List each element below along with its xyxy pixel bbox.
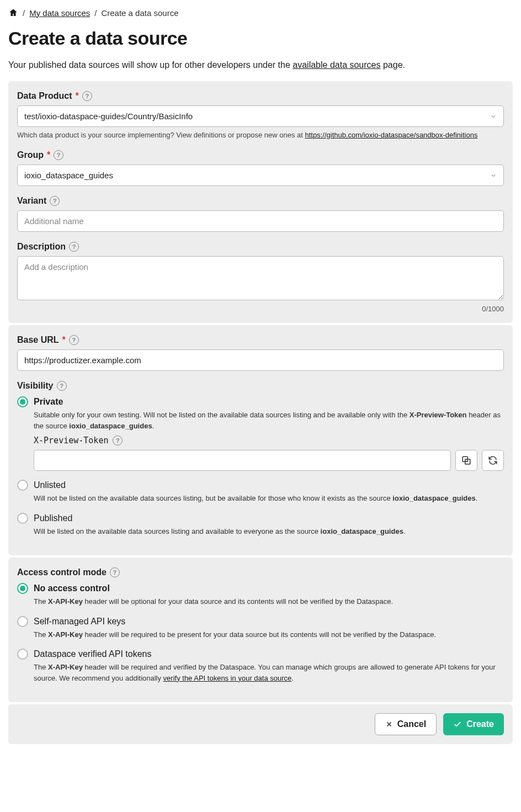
required-marker: * [47,150,50,160]
help-icon[interactable]: ? [50,196,60,206]
home-icon[interactable] [8,8,18,18]
access-label: Access control mode [17,567,107,577]
data-product-label: Data Product [17,91,72,101]
radio-private[interactable]: Private [17,396,504,407]
breadcrumb: / My data sources / Create a data source [8,6,513,23]
definitions-link[interactable]: https://github.com/ioxio-dataspace/sandb… [305,131,478,139]
preview-token-input[interactable] [34,450,451,471]
visibility-private: Private Suitable only for your own testi… [17,396,504,471]
chevron-down-icon [490,113,497,120]
access-none: No access control The X-API-Key header w… [17,583,504,607]
intro-text: Your published data sources will show up… [8,60,513,70]
radio-no-access[interactable]: No access control [17,583,504,594]
private-desc: Suitable only for your own testing. Will… [34,410,504,431]
radio-verified[interactable]: Dataspace verified API tokens [17,649,504,660]
available-sources-link[interactable]: available data sources [293,60,380,70]
radio-button-icon [17,583,28,594]
access-self: Self-managed API keys The X-API-Key head… [17,616,504,640]
radio-button-icon [17,616,28,627]
required-marker: * [76,91,79,101]
description-textarea[interactable] [17,256,504,300]
help-icon[interactable]: ? [69,335,79,345]
radio-self-managed[interactable]: Self-managed API keys [17,616,504,627]
check-icon [453,720,462,729]
help-icon[interactable]: ? [69,242,79,252]
card-access-control: Access control mode ? No access control … [8,558,513,702]
footer-actions: Cancel Create [8,704,513,744]
breadcrumb-current: Create a data source [101,8,178,18]
base-url-label: Base URL [17,335,59,345]
breadcrumb-my-sources[interactable]: My data sources [29,8,90,18]
preview-token-label: X-Preview-Token [34,436,108,445]
radio-unlisted[interactable]: Unlisted [17,480,504,491]
breadcrumb-sep: / [23,8,25,18]
base-url-input[interactable] [17,349,504,371]
copy-button[interactable] [455,450,477,471]
visibility-published: Published Will be listed on the availabl… [17,513,504,537]
card-product-group: Data Product * ? test/ioxio-dataspace-gu… [8,81,513,323]
verified-desc: The X-API-Key header will be required an… [34,662,504,683]
data-product-helper: Which data product is your source implem… [17,130,504,140]
visibility-unlisted: Unlisted Will not be listed on the avail… [17,480,504,504]
variant-input[interactable] [17,210,504,232]
help-icon[interactable]: ? [57,381,67,391]
data-product-select[interactable]: test/ioxio-dataspace-guides/Country/Basi… [17,105,504,127]
no-access-desc: The X-API-Key header will be optional fo… [34,596,504,607]
create-button[interactable]: Create [443,713,504,735]
radio-button-icon [17,513,28,524]
breadcrumb-sep: / [94,8,97,18]
refresh-icon [488,455,498,465]
page-title: Create a data source [8,28,513,49]
required-marker: * [62,335,66,345]
refresh-button[interactable] [482,450,504,471]
help-icon[interactable]: ? [110,567,120,577]
card-url-visibility: Base URL * ? Visibility ? Private Suitab… [8,325,513,555]
chevron-down-icon [490,172,497,179]
help-icon[interactable]: ? [113,436,123,445]
self-managed-desc: The X-API-Key header will be required to… [34,629,504,640]
description-label: Description [17,242,66,252]
visibility-label: Visibility [17,381,54,391]
unlisted-desc: Will not be listed on the available data… [34,493,504,504]
verify-tokens-link[interactable]: verify the API tokens in your data sourc… [163,674,292,682]
access-verified: Dataspace verified API tokens The X-API-… [17,649,504,683]
group-select[interactable]: ioxio_dataspace_guides [17,164,504,186]
radio-button-icon [17,396,28,407]
help-icon[interactable]: ? [82,91,92,101]
cancel-button[interactable]: Cancel [375,713,437,735]
radio-button-icon [17,480,28,491]
help-icon[interactable]: ? [54,150,63,160]
variant-label: Variant [17,196,46,206]
copy-icon [461,455,471,465]
published-desc: Will be listed on the available data sou… [34,526,504,537]
radio-button-icon [17,649,28,660]
description-counter: 0/1000 [17,305,504,313]
close-icon [385,720,393,728]
radio-published[interactable]: Published [17,513,504,524]
group-label: Group [17,150,44,160]
